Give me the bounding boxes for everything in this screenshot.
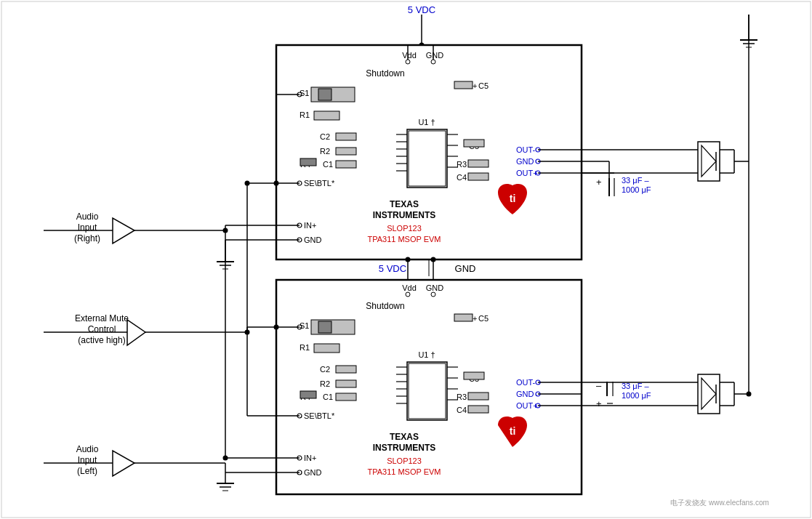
svg-text:INSTRUMENTS: INSTRUMENTS xyxy=(373,210,436,220)
svg-text:ti: ti xyxy=(510,193,516,204)
svg-rect-135 xyxy=(407,362,447,420)
svg-text:TEXAS: TEXAS xyxy=(390,199,419,209)
svg-text:R1: R1 xyxy=(300,110,310,119)
svg-point-117 xyxy=(406,257,411,262)
svg-rect-46 xyxy=(336,161,356,168)
svg-text:+: + xyxy=(596,398,602,409)
svg-text:TPA311 MSOP EVM: TPA311 MSOP EVM xyxy=(367,235,441,244)
svg-rect-52 xyxy=(468,173,489,180)
svg-text:33 μF –: 33 μF – xyxy=(622,382,649,390)
svg-text:C4: C4 xyxy=(457,173,467,182)
svg-text:SLOP123: SLOP123 xyxy=(387,456,422,465)
svg-rect-130 xyxy=(454,314,473,321)
svg-rect-22 xyxy=(454,81,473,89)
svg-rect-44 xyxy=(300,158,316,166)
svg-text:5 VDC: 5 VDC xyxy=(379,263,406,274)
svg-text:External Mute: External Mute xyxy=(75,313,129,323)
svg-text:OUT+: OUT+ xyxy=(516,401,538,410)
svg-rect-40 xyxy=(336,133,356,140)
shutdown-label-top: Shutdown xyxy=(366,68,404,79)
svg-text:R2: R2 xyxy=(320,379,330,388)
svg-text:GND: GND xyxy=(304,468,322,477)
svg-text:Vdd: Vdd xyxy=(402,283,417,292)
svg-text:GND: GND xyxy=(426,283,444,292)
svg-rect-133 xyxy=(314,344,339,353)
svg-point-119 xyxy=(431,257,436,262)
svg-text:U1 †: U1 † xyxy=(418,350,435,359)
svg-rect-158 xyxy=(468,393,489,400)
svg-text:C1: C1 xyxy=(323,393,333,401)
svg-text:1000 μF: 1000 μF xyxy=(622,391,651,400)
svg-text:C2: C2 xyxy=(320,365,330,374)
svg-text:Audio: Audio xyxy=(76,444,99,454)
svg-text:Input: Input xyxy=(78,222,97,233)
svg-rect-27 xyxy=(407,129,447,188)
svg-rect-150 xyxy=(336,380,356,387)
svg-text:GND: GND xyxy=(516,157,534,166)
svg-rect-25 xyxy=(314,111,339,120)
svg-rect-42 xyxy=(336,148,356,155)
svg-text:OUT-: OUT- xyxy=(516,145,536,154)
svg-text:(active high): (active high) xyxy=(78,335,125,345)
vdc-label-top: 5 VDC xyxy=(408,4,435,15)
svg-text:SLOP123: SLOP123 xyxy=(387,224,422,233)
svg-text:IN+: IN+ xyxy=(304,221,316,230)
watermark: 电子发烧友 www.elecfans.com xyxy=(670,499,769,507)
schematic-diagram: 5 VDC Vdd GND Shutdown S xyxy=(0,0,812,519)
svg-point-178 xyxy=(245,181,250,186)
svg-text:TEXAS: TEXAS xyxy=(390,432,419,442)
svg-text:C5: C5 xyxy=(478,81,489,90)
svg-text:R1: R1 xyxy=(300,343,310,352)
svg-text:33 μF –: 33 μF – xyxy=(622,176,649,185)
svg-text:IN+: IN+ xyxy=(304,454,316,462)
svg-text:ti: ti xyxy=(510,425,516,437)
svg-text:OUT-: OUT- xyxy=(516,378,536,387)
svg-text:SE\BTL*: SE\BTL* xyxy=(304,411,335,420)
shutdown-label-bottom: Shutdown xyxy=(366,301,404,311)
svg-text:Vdd: Vdd xyxy=(402,51,417,60)
svg-rect-17 xyxy=(311,87,355,102)
svg-text:1000 μF: 1000 μF xyxy=(622,185,651,194)
svg-text:INSTRUMENTS: INSTRUMENTS xyxy=(373,443,436,453)
svg-text:Audio: Audio xyxy=(76,212,99,222)
svg-rect-154 xyxy=(336,393,356,401)
svg-rect-50 xyxy=(468,160,489,167)
svg-text:C1: C1 xyxy=(323,160,333,169)
svg-text:GND: GND xyxy=(516,390,534,398)
svg-text:U1 †: U1 † xyxy=(418,118,435,126)
svg-text:R2: R2 xyxy=(320,147,330,156)
svg-text:Input: Input xyxy=(78,455,97,465)
svg-text:C2: C2 xyxy=(320,132,330,141)
svg-rect-152 xyxy=(300,391,316,398)
svg-text:+: + xyxy=(473,81,477,90)
svg-point-229 xyxy=(747,392,752,397)
svg-text:GND: GND xyxy=(426,51,444,60)
svg-text:OUT+: OUT+ xyxy=(516,169,538,177)
svg-rect-125 xyxy=(311,320,355,334)
svg-text:(Right): (Right) xyxy=(74,233,100,244)
svg-rect-48 xyxy=(464,140,484,147)
svg-text:Control: Control xyxy=(88,324,116,334)
svg-text:+: + xyxy=(473,314,477,323)
svg-text:GND: GND xyxy=(455,263,476,274)
svg-text:C5: C5 xyxy=(478,314,489,323)
svg-text:GND: GND xyxy=(304,236,322,244)
svg-text:+: + xyxy=(596,177,602,188)
svg-rect-126 xyxy=(318,321,331,333)
svg-text:C4: C4 xyxy=(457,406,467,414)
svg-rect-156 xyxy=(464,372,484,379)
svg-text:SE\BTL*: SE\BTL* xyxy=(304,179,335,188)
svg-text:TPA311 MSOP EVM: TPA311 MSOP EVM xyxy=(367,467,441,476)
svg-rect-148 xyxy=(336,366,356,373)
svg-text:R3: R3 xyxy=(457,393,467,401)
svg-text:R3: R3 xyxy=(457,160,467,169)
svg-point-196 xyxy=(223,456,228,461)
svg-text:(Left): (Left) xyxy=(77,466,97,476)
svg-rect-18 xyxy=(318,89,331,100)
svg-rect-160 xyxy=(468,406,489,413)
